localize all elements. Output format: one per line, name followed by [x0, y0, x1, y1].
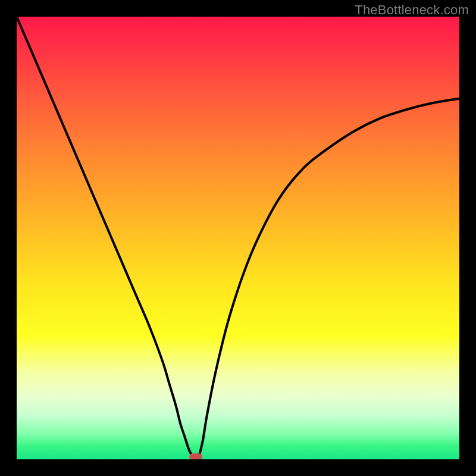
bottleneck-curve: [17, 17, 459, 459]
chart-frame: TheBottleneck.com: [0, 0, 476, 476]
optimal-marker: [189, 453, 202, 459]
watermark-text: TheBottleneck.com: [355, 2, 469, 18]
plot-area: [17, 17, 459, 459]
